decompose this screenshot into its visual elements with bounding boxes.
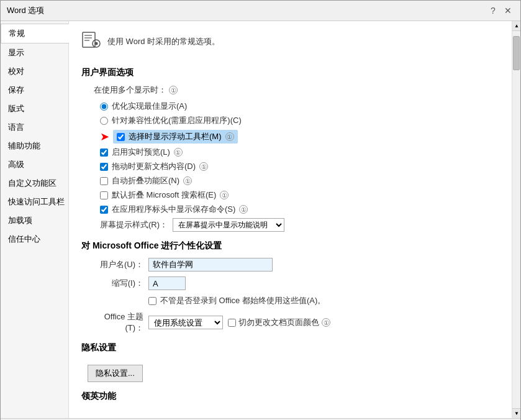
always-use-row: 不管是否登录到 Office 都始终使用这些值(A)。	[148, 295, 508, 306]
content-header: 使用 Word 时采用的常规选项。	[81, 31, 508, 57]
save-cmd-info-icon[interactable]: ①	[239, 205, 248, 214]
radio-group: 优化实现最佳显示(A) 针对兼容性优化(需重启应用程序)(C)	[100, 101, 508, 126]
close-button[interactable]: ✕	[502, 4, 514, 17]
username-row: 用户名(U)：	[94, 258, 508, 272]
search-box-checkbox[interactable]	[100, 191, 108, 199]
office-theme-row: Office 主题(T)： 使用系统设置 彩色 深灰色 黑色 白色 切勿更改文档…	[94, 311, 508, 334]
scroll-thumb[interactable]	[513, 36, 520, 70]
save-cmd-checkbox[interactable]	[100, 206, 108, 214]
user-interface-options: 在使用多个显示时： ① 优化实现最佳显示(A) 针对兼容性优化(需重启应用程序)…	[94, 84, 508, 232]
radio-compatibility-input[interactable]	[100, 117, 108, 125]
search-box-label: 默认折叠 Microsoft 搜索框(E)	[112, 189, 216, 201]
privacy-settings-button[interactable]: 隐私设置...	[88, 365, 143, 382]
save-cmd-row: 在应用程序标头中显示保存命令(S) ①	[100, 204, 508, 215]
drag-update-checkbox[interactable]	[100, 163, 108, 171]
search-box-info-icon[interactable]: ①	[220, 191, 229, 199]
screen-tip-label: 屏幕提示样式(R)：	[100, 219, 168, 231]
titlebar-buttons: ? ✕	[487, 4, 514, 17]
scroll-up-arrow[interactable]: ▲	[512, 21, 520, 31]
radio-compatibility-label: 针对兼容性优化(需重启应用程序)(C)	[112, 115, 242, 126]
mini-toolbar-info-icon[interactable]: ①	[225, 132, 234, 141]
auto-collapse-row: 自动折叠功能区(N) ①	[100, 175, 508, 186]
drag-update-info-icon[interactable]: ①	[199, 162, 208, 171]
titlebar: Word 选项 ? ✕	[1, 1, 520, 21]
sidebar-item-customize-ribbon[interactable]: 自定义功能区	[1, 174, 68, 193]
sidebar-item-accessibility[interactable]: 辅助功能	[1, 137, 68, 155]
sidebar-item-quick-access[interactable]: 快速访问工具栏	[1, 193, 68, 211]
section2-title: 对 Microsoft Office 进行个性化设置	[81, 240, 508, 252]
section1-title: 用户界面选项	[81, 67, 508, 78]
sidebar-item-proofing[interactable]: 校对	[1, 62, 68, 81]
red-arrow-icon: ➤	[100, 130, 109, 144]
always-use-checkbox[interactable]	[148, 297, 156, 305]
abbr-input[interactable]	[148, 276, 186, 290]
sidebar-item-general[interactable]: 常规	[1, 24, 69, 43]
live-preview-checkbox[interactable]	[100, 148, 108, 157]
personalization-options: 用户名(U)： 缩写(I)： 不管是否登录到 Office 都始终使用这些值(A…	[94, 258, 508, 334]
section4-title: 领英功能	[81, 391, 508, 402]
radio-compatibility: 针对兼容性优化(需重启应用程序)(C)	[100, 115, 508, 126]
sidebar-item-advanced[interactable]: 高级	[1, 155, 68, 174]
scroll-track	[512, 31, 520, 408]
sidebar-item-save[interactable]: 保存	[1, 81, 68, 99]
abbr-label: 缩写(I)：	[94, 278, 143, 289]
radio-optimize-label: 优化实现最佳显示(A)	[112, 101, 187, 112]
word-options-dialog: Word 选项 ? ✕ 常规 显示 校对 保存 版式 语言 辅助功能 高级 自定…	[0, 0, 521, 420]
sidebar-item-trust-center[interactable]: 信任中心	[1, 230, 68, 249]
section3-title: 隐私设置	[81, 342, 508, 354]
dialog-body: 常规 显示 校对 保存 版式 语言 辅助功能 高级 自定义功能区 快速访问工具栏…	[1, 21, 520, 418]
office-theme-select[interactable]: 使用系统设置 彩色 深灰色 黑色 白色	[148, 316, 223, 329]
change-doc-color-label: 切勿更改文档页面颜色	[238, 317, 319, 328]
radio-optimize: 优化实现最佳显示(A)	[100, 101, 508, 112]
sidebar-item-language[interactable]: 语言	[1, 118, 68, 137]
screen-tip-select[interactable]: 在屏幕提示中显示功能说明 不在屏幕提示中显示快捷键 不显示屏幕提示	[173, 218, 284, 232]
always-use-label: 不管是否登录到 Office 都始终使用这些值(A)。	[160, 295, 325, 306]
change-doc-color-row: 切勿更改文档页面颜色 ①	[228, 317, 330, 328]
mini-toolbar-highlight: 选择时显示浮动工具栏(M) ①	[113, 130, 238, 144]
username-label: 用户名(U)：	[94, 259, 143, 270]
multi-display-label: 在使用多个显示时： ①	[94, 84, 508, 96]
svg-point-2	[95, 42, 98, 45]
live-preview-info-icon[interactable]: ①	[174, 148, 183, 157]
search-box-row: 默认折叠 Microsoft 搜索框(E) ①	[100, 189, 508, 201]
office-theme-label: Office 主题(T)：	[94, 311, 143, 334]
abbr-row: 缩写(I)：	[94, 276, 508, 290]
username-input[interactable]	[148, 258, 273, 272]
auto-collapse-info-icon[interactable]: ①	[183, 176, 192, 185]
save-cmd-label: 在应用程序标头中显示保存命令(S)	[112, 204, 235, 215]
help-button[interactable]: ?	[487, 4, 499, 17]
drag-update-label: 拖动时更新文档内容(D)	[112, 161, 196, 172]
dialog-title: Word 选项	[7, 5, 44, 16]
multi-display-info-icon[interactable]: ①	[169, 86, 178, 94]
auto-collapse-label: 自动折叠功能区(N)	[112, 175, 179, 186]
scrollbar[interactable]: ▲ ▼	[512, 21, 520, 418]
radio-optimize-input[interactable]	[100, 103, 108, 111]
scroll-down-arrow[interactable]: ▼	[512, 408, 520, 418]
screen-tip-row: 屏幕提示样式(R)： 在屏幕提示中显示功能说明 不在屏幕提示中显示快捷键 不显示…	[100, 218, 508, 232]
general-icon	[81, 31, 101, 52]
content-area: 使用 Word 时采用的常规选项。 用户界面选项 在使用多个显示时： ① 优化实…	[69, 21, 520, 418]
mini-toolbar-label: 选择时显示浮动工具栏(M)	[129, 131, 222, 142]
change-doc-color-checkbox[interactable]	[228, 319, 236, 327]
header-description: 使用 Word 时采用的常规选项。	[107, 36, 220, 47]
sidebar-item-addins[interactable]: 加载项	[1, 211, 68, 230]
drag-update-row: 拖动时更新文档内容(D) ①	[100, 161, 508, 172]
auto-collapse-checkbox[interactable]	[100, 177, 108, 185]
sidebar: 常规 显示 校对 保存 版式 语言 辅助功能 高级 自定义功能区 快速访问工具栏…	[1, 21, 69, 418]
mini-toolbar-checkbox[interactable]	[117, 133, 125, 141]
privacy-section-content: 隐私设置...	[88, 360, 508, 382]
live-preview-row: 启用实时预览(L) ①	[100, 147, 508, 158]
mini-toolbar-row: ➤ 选择时显示浮动工具栏(M) ①	[100, 130, 508, 144]
doc-color-info-icon[interactable]: ①	[322, 318, 330, 327]
sidebar-item-layout[interactable]: 版式	[1, 99, 68, 118]
sidebar-item-display[interactable]: 显示	[1, 43, 68, 62]
live-preview-label: 启用实时预览(L)	[112, 147, 170, 158]
